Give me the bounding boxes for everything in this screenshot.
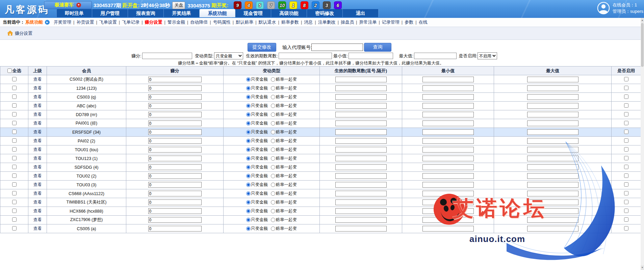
score-input[interactable] [148,77,202,82]
radio-odds-change[interactable] [271,226,275,231]
view-link[interactable]: 查看 [33,94,42,99]
radio-amount-only[interactable] [246,121,251,126]
subnav-link-赚分设置[interactable]: 赚分设置 [145,20,162,25]
view-link[interactable]: 查看 [33,191,42,196]
row-select-checkbox[interactable] [12,138,17,143]
max-input[interactable] [527,173,578,179]
tab-即时注单[interactable]: 即时注单 [56,9,92,17]
min-input[interactable] [422,129,474,135]
view-link[interactable]: 查看 [33,217,42,222]
row-select-checkbox[interactable] [12,94,17,99]
enable-checkbox[interactable] [624,200,628,204]
min-input[interactable] [422,208,474,214]
row-select-checkbox[interactable] [12,226,17,231]
row-select-checkbox[interactable] [12,147,17,152]
row-select-checkbox[interactable] [12,200,17,204]
subnav-link-默认赔率[interactable]: 默认赔率 [236,20,253,25]
row-select-checkbox[interactable] [12,182,17,187]
max-input[interactable] [527,199,578,205]
radio-amount-only[interactable] [246,209,251,213]
subnav-link-参数[interactable]: 参数 [405,20,413,25]
min-input[interactable] [422,77,474,82]
tail-input[interactable] [335,199,387,205]
max-input[interactable] [527,226,578,232]
radio-amount-only[interactable] [246,174,251,178]
subnav-link-记录管理[interactable]: 记录管理 [382,20,400,25]
enable-checkbox[interactable] [624,130,628,134]
radio-odds-change[interactable] [271,165,275,169]
score-input[interactable] [148,94,202,100]
tab-密码修改[interactable]: 密码修改 [307,9,343,17]
row-select-checkbox[interactable] [12,130,17,134]
enable-checkbox[interactable] [624,86,628,90]
min-input[interactable] [422,156,474,161]
type-filter-select[interactable]: 只变金额 [214,52,243,59]
close-market-button[interactable]: 关盘 [172,2,185,9]
radio-odds-change[interactable] [271,86,275,90]
tail-input[interactable] [335,138,387,144]
score-input[interactable] [148,208,202,214]
min-input[interactable] [422,191,474,196]
score-input[interactable] [148,199,202,205]
row-select-checkbox[interactable] [12,121,17,125]
agent-account-input[interactable] [311,44,363,51]
max-input[interactable] [527,191,578,196]
row-select-checkbox[interactable] [12,156,17,160]
min-input[interactable] [422,120,474,126]
radio-amount-only[interactable] [246,112,251,117]
row-select-checkbox[interactable] [12,173,17,178]
radio-amount-only[interactable] [246,130,251,134]
min-input[interactable] [422,199,474,205]
view-link[interactable]: 查看 [33,138,42,143]
radio-odds-change[interactable] [271,104,275,108]
radio-amount-only[interactable] [246,95,251,99]
view-link[interactable]: 查看 [33,156,42,161]
tail-filter-input[interactable] [279,53,332,59]
view-link[interactable]: 查看 [33,165,42,169]
row-select-checkbox[interactable] [12,209,17,213]
tail-input[interactable] [335,94,387,100]
submit-changes-button[interactable]: 提交修改 [248,43,276,52]
enable-checkbox[interactable] [624,147,628,152]
row-select-checkbox[interactable] [12,86,17,90]
view-link[interactable]: 查看 [33,173,42,178]
radio-odds-change[interactable] [271,121,275,126]
enable-checkbox[interactable] [624,121,628,125]
tab-退出[interactable]: 退出 [343,9,379,17]
enable-filter-select[interactable]: 不启用 [478,52,497,59]
subnav-link-补货设置[interactable]: 补货设置 [76,20,94,25]
enable-checkbox[interactable] [624,165,628,169]
enable-checkbox[interactable] [624,103,628,108]
tail-input[interactable] [335,156,387,161]
view-link[interactable]: 查看 [33,103,42,108]
enable-checkbox[interactable] [624,209,628,213]
view-link[interactable]: 查看 [33,130,42,134]
row-select-checkbox[interactable] [12,165,17,169]
enable-checkbox[interactable] [624,138,628,143]
enable-checkbox[interactable] [624,94,628,99]
enable-checkbox[interactable] [624,191,628,195]
enable-checkbox[interactable] [624,217,628,222]
max-input[interactable] [527,156,578,161]
score-input[interactable] [148,226,202,232]
view-link[interactable]: 查看 [33,182,42,187]
view-link[interactable]: 查看 [33,200,42,205]
min-input[interactable] [422,138,474,144]
view-link[interactable]: 查看 [33,112,42,117]
radio-amount-only[interactable] [246,156,251,161]
view-link[interactable]: 查看 [33,147,42,152]
min-input[interactable] [422,173,474,179]
radio-odds-change[interactable] [271,174,275,178]
view-link[interactable]: 查看 [33,121,42,126]
scroll-up-arrow[interactable]: ▲ [641,18,644,23]
score-input[interactable] [148,147,202,153]
score-filter-input[interactable] [142,53,192,59]
score-input[interactable] [148,164,202,170]
max-input[interactable] [527,103,578,109]
max-input[interactable] [527,85,578,91]
score-input[interactable] [148,156,202,161]
scrollbar-thumb[interactable] [641,23,644,67]
radio-odds-change[interactable] [271,209,275,213]
tail-input[interactable] [335,164,387,170]
tail-input[interactable] [335,77,387,82]
